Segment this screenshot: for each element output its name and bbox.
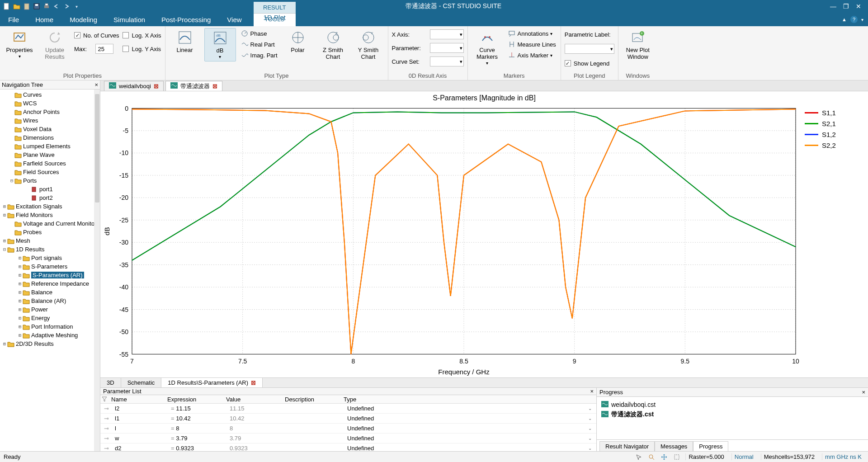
curveset-combo[interactable]: ▾ <box>430 57 464 66</box>
tree-item[interactable]: ⊞2D/3D Results <box>0 339 100 348</box>
tree-item[interactable]: Voltage and Current Monitors <box>0 219 100 228</box>
new-icon[interactable] <box>3 2 11 10</box>
save-icon[interactable] <box>33 2 41 10</box>
navigation-tree[interactable]: CurvesWCSAnchor PointsWiresVoxel DataDim… <box>0 90 100 451</box>
imag-part-button[interactable]: Imag. Part <box>240 51 278 60</box>
tree-item[interactable]: ⊞S-Parameters <box>0 262 100 271</box>
tree-item[interactable]: Wires <box>0 116 100 125</box>
tree-item[interactable]: WCS <box>0 99 100 108</box>
param-row[interactable]: ⊸ w = 3.79 3.79 Undefined⌄ <box>100 434 596 443</box>
status-normal[interactable]: Normal <box>731 453 756 460</box>
pointer-icon[interactable] <box>635 453 643 461</box>
param-type[interactable]: Undefined⌄ <box>347 425 596 432</box>
param-expression[interactable]: = 10.42 <box>171 415 230 422</box>
pin-icon[interactable]: ⊸ <box>100 415 112 422</box>
col-value[interactable]: Value <box>226 396 285 403</box>
tree-item[interactable]: ⊞Port Information <box>0 322 100 331</box>
help-dropdown-icon[interactable]: ▾ <box>861 17 863 22</box>
pin-icon[interactable]: ⊸ <box>100 425 112 432</box>
new-plot-window-button[interactable]: + New Plot Window <box>622 28 654 62</box>
expand-icon[interactable]: ⊞ <box>2 212 7 217</box>
param-expression[interactable]: = 8 <box>171 425 230 432</box>
tree-item[interactable]: ⊞Port signals <box>0 254 100 262</box>
expand-icon[interactable]: ⊞ <box>17 298 23 303</box>
print-icon[interactable] <box>42 2 51 10</box>
param-row[interactable]: ⊸ l2 = 11.15 11.15 Undefined⌄ <box>100 404 596 414</box>
undo-icon[interactable] <box>52 2 61 10</box>
tree-item[interactable]: ⊟Ports <box>0 176 100 185</box>
expand-icon[interactable]: ⊞ <box>17 316 23 321</box>
menu-home[interactable]: Home <box>27 13 61 26</box>
progress-tab[interactable]: Progress <box>693 441 728 451</box>
tree-item[interactable]: ⊞Power <box>0 305 100 314</box>
param-row[interactable]: ⊸ l = 8 8 Undefined⌄ <box>100 424 596 434</box>
help-icon[interactable]: ? <box>850 16 858 23</box>
param-close-icon[interactable]: × <box>590 388 594 395</box>
move-icon[interactable] <box>660 453 668 461</box>
properties-button[interactable]: Properties▾ <box>4 28 35 61</box>
tree-item[interactable]: Curves <box>0 90 100 99</box>
tree-item[interactable]: ⊞Mesh <box>0 236 100 245</box>
tree-item[interactable]: ⊞Reference Impedance <box>0 279 100 288</box>
update-results-button[interactable]: Update Results <box>39 28 71 62</box>
qat-dropdown-icon[interactable]: ▾ <box>72 2 80 10</box>
redo-icon[interactable] <box>62 2 71 10</box>
tree-item[interactable]: ⊞Excitation Signals <box>0 202 100 211</box>
chart-area[interactable]: S-Parameters [Magnitude in dB]77.588.599… <box>100 91 868 377</box>
expand-icon[interactable]: ⊞ <box>17 290 23 295</box>
param-type[interactable]: Undefined⌄ <box>347 415 596 422</box>
expand-icon[interactable]: ⊟ <box>2 247 7 252</box>
maximize-button[interactable]: ❐ <box>841 3 851 10</box>
tree-item[interactable]: Anchor Points <box>0 108 100 116</box>
polar-button[interactable]: Polar <box>282 28 314 56</box>
doc-tab[interactable]: 带通滤波器⊠ <box>165 81 222 91</box>
progress-file-entry[interactable]: weidailvboqi.cst <box>601 400 863 410</box>
db-button[interactable]: dB dB▾ <box>204 28 236 61</box>
expand-icon[interactable]: ⊞ <box>17 281 23 286</box>
tree-item[interactable]: Probes <box>0 228 100 236</box>
progress-tab[interactable]: Result Navigator <box>599 441 655 451</box>
expand-icon[interactable]: ⊞ <box>2 204 7 209</box>
pin-icon[interactable]: ⊸ <box>100 445 112 452</box>
logy-checkbox[interactable] <box>123 46 129 52</box>
col-name[interactable]: Name <box>108 396 167 403</box>
progress-file-entry[interactable]: 带通滤波器.cst <box>601 410 863 420</box>
expand-icon[interactable]: ⊞ <box>17 264 23 269</box>
col-type[interactable]: Type <box>344 396 596 403</box>
z-smith-button[interactable]: Z Z Smith Chart <box>317 28 349 62</box>
curve-markers-button[interactable]: Curve Markers▾ <box>472 28 503 67</box>
param-row[interactable]: ⊸ l1 = 10.42 10.42 Undefined⌄ <box>100 414 596 424</box>
parameter-combo[interactable]: ▾ <box>430 43 464 53</box>
tree-item[interactable]: Plane Wave <box>0 151 100 159</box>
tree-item[interactable]: ⊞S-Parameters (AR) <box>0 271 100 279</box>
expand-icon[interactable]: ⊞ <box>17 255 23 260</box>
annotations-button[interactable]: Annotations ▾ <box>507 29 557 38</box>
expand-icon[interactable]: ⊞ <box>17 324 23 329</box>
paste-icon[interactable] <box>23 2 31 10</box>
tree-item[interactable]: port2 <box>0 193 100 202</box>
show-legend-checkbox[interactable]: ✓ <box>565 60 571 66</box>
progress-tab[interactable]: Messages <box>655 441 693 451</box>
real-part-button[interactable]: Real Part <box>240 40 278 49</box>
col-expression[interactable]: Expression <box>167 396 226 403</box>
filter-icon[interactable] <box>100 395 108 403</box>
close-button[interactable]: ✕ <box>854 3 863 10</box>
tree-item[interactable]: Farfield Sources <box>0 159 100 168</box>
measure-lines-button[interactable]: Measure Lines <box>507 40 557 49</box>
parametric-label-combo[interactable]: ▾ <box>565 44 614 54</box>
col-description[interactable]: Description <box>285 396 344 403</box>
param-type[interactable]: Undefined⌄ <box>347 435 596 442</box>
linear-button[interactable]: Linear <box>169 28 201 56</box>
open-icon[interactable] <box>13 2 21 10</box>
axis-marker-button[interactable]: Axis Marker ▾ <box>507 51 557 60</box>
num-curves-checkbox[interactable]: ✓ <box>74 32 80 38</box>
param-expression[interactable]: = 0.9323 <box>171 445 230 452</box>
tree-item[interactable]: ⊞Balance (AR) <box>0 297 100 305</box>
progress-close-icon[interactable]: × <box>862 389 865 396</box>
bounds-icon[interactable] <box>673 453 681 461</box>
max-curves-input[interactable] <box>95 44 113 54</box>
tree-item[interactable]: ⊞Adaptive Meshing <box>0 331 100 339</box>
menu-post-processing[interactable]: Post-Processing <box>153 13 219 26</box>
doc-tab[interactable]: weidailvboqi⊠ <box>104 81 164 91</box>
expand-icon[interactable]: ⊞ <box>17 333 23 338</box>
